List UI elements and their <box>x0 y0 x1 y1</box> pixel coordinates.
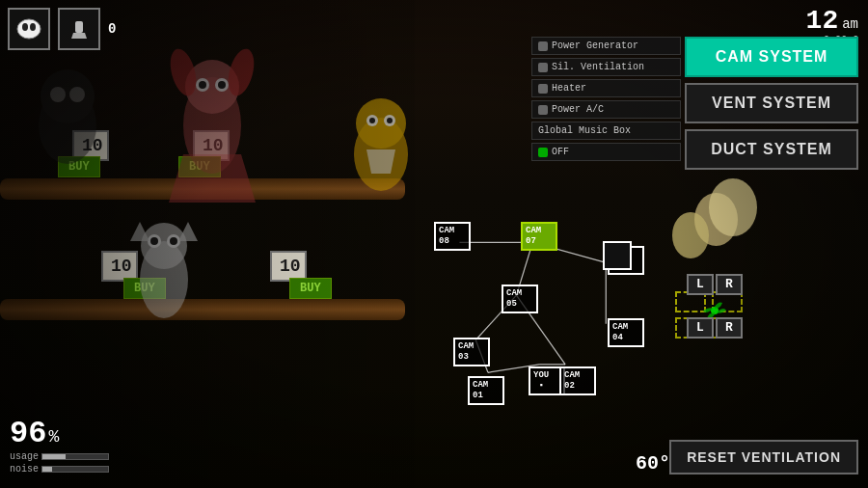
camera-map: CAM08 CAM07 CAM06 CAM05 CAM04 CAM03 CAM0… <box>415 188 675 435</box>
top-counter: 0 <box>108 21 116 37</box>
svg-point-12 <box>69 87 85 102</box>
sil-vent-label: Sil. Ventilation <box>552 62 674 72</box>
svg-point-28 <box>17 19 41 39</box>
power-gen-label: Power Generator <box>552 41 674 51</box>
svg-point-6 <box>199 81 206 89</box>
svg-point-30 <box>30 23 36 31</box>
noise-bar <box>41 466 109 473</box>
animatronic-left <box>19 68 116 222</box>
usage-bar-fill <box>42 454 66 459</box>
usage-label: usage <box>10 451 37 462</box>
vent-system-button[interactable]: VENT SYSTEM <box>685 83 858 123</box>
svg-marker-19 <box>366 149 395 174</box>
temperature-display: 60° <box>636 452 670 474</box>
vent-left-button-1[interactable]: L <box>687 274 714 295</box>
vent-right-button-1[interactable]: R <box>716 274 743 295</box>
heater-indicator <box>538 84 548 94</box>
svg-point-18 <box>387 118 393 123</box>
cam-04[interactable]: CAM04 <box>608 318 644 347</box>
svg-point-11 <box>50 87 66 102</box>
svg-point-29 <box>22 23 28 31</box>
vent-right-button-2[interactable]: R <box>716 317 743 339</box>
cam-01[interactable]: CAM01 <box>468 376 504 405</box>
svg-marker-32 <box>71 33 87 39</box>
usage-bar <box>41 453 109 460</box>
cam-05[interactable]: CAM05 <box>502 285 538 313</box>
power-ac-indicator <box>538 105 548 115</box>
time-ampm: am <box>842 16 858 32</box>
balloon-3 <box>709 178 757 236</box>
off-label: OFF <box>552 147 674 157</box>
flashlight-icon[interactable] <box>58 8 100 50</box>
gmb-label: Global Music Box <box>538 125 674 136</box>
heater-row[interactable]: Heater <box>531 79 681 97</box>
svg-point-7 <box>218 81 226 89</box>
sil-vent-row[interactable]: Sil. Ventilation <box>531 58 681 76</box>
power-ac-label: Power A/C <box>552 104 674 115</box>
noise-bar-row: noise <box>10 464 109 474</box>
off-row[interactable]: OFF <box>531 143 681 161</box>
usage-bar-row: usage <box>10 451 109 462</box>
mask-icon[interactable] <box>8 8 50 50</box>
svg-point-17 <box>369 118 375 123</box>
cam-system-button[interactable]: CAM SYSTEM <box>685 37 858 77</box>
animatronic-chica <box>338 96 424 231</box>
system-controls: Power Generator Sil. Ventilation Heater … <box>531 37 681 161</box>
animatronic-mangle <box>116 212 212 357</box>
vent-left-button-2[interactable]: L <box>687 317 714 339</box>
stats-panel: 96 % usage noise <box>10 419 109 474</box>
svg-point-24 <box>150 237 158 245</box>
power-symbol: % <box>48 427 59 447</box>
power-percentage: 96 <box>10 419 46 449</box>
power-generator-row[interactable]: Power Generator <box>531 37 681 55</box>
cam-07[interactable]: CAM07 <box>521 222 557 251</box>
power-gen-indicator <box>538 41 548 51</box>
noise-label: noise <box>10 464 37 474</box>
off-indicator <box>538 148 548 157</box>
svg-rect-31 <box>75 21 83 33</box>
cam-08[interactable]: CAM08 <box>434 222 471 251</box>
duct-system-button[interactable]: DUCT SYSTEM <box>685 129 858 170</box>
noise-bar-fill <box>42 467 52 472</box>
svg-point-25 <box>170 237 177 245</box>
system-buttons: CAM SYSTEM VENT SYSTEM DUCT SYSTEM <box>685 37 858 170</box>
cam-preview-box <box>603 241 632 270</box>
sil-vent-indicator <box>538 63 548 72</box>
global-music-box-row[interactable]: Global Music Box <box>531 122 681 140</box>
cam-03[interactable]: CAM03 <box>453 338 490 366</box>
balloon-2 <box>672 212 709 258</box>
power-ac-row[interactable]: Power A/C <box>531 100 681 119</box>
svg-marker-8 <box>169 154 256 203</box>
cam-02[interactable]: CAM02 <box>559 366 596 395</box>
svg-point-14 <box>356 98 406 149</box>
svg-point-21 <box>141 223 187 269</box>
heater-label: Heater <box>552 83 674 94</box>
buy-button-4[interactable]: BUY <box>289 278 332 299</box>
reset-ventilation-button[interactable]: RESET VENTILATION <box>669 440 858 474</box>
top-left-icons: 0 <box>8 8 116 50</box>
time-hour: 12 <box>806 8 839 35</box>
svg-point-10 <box>41 69 95 123</box>
